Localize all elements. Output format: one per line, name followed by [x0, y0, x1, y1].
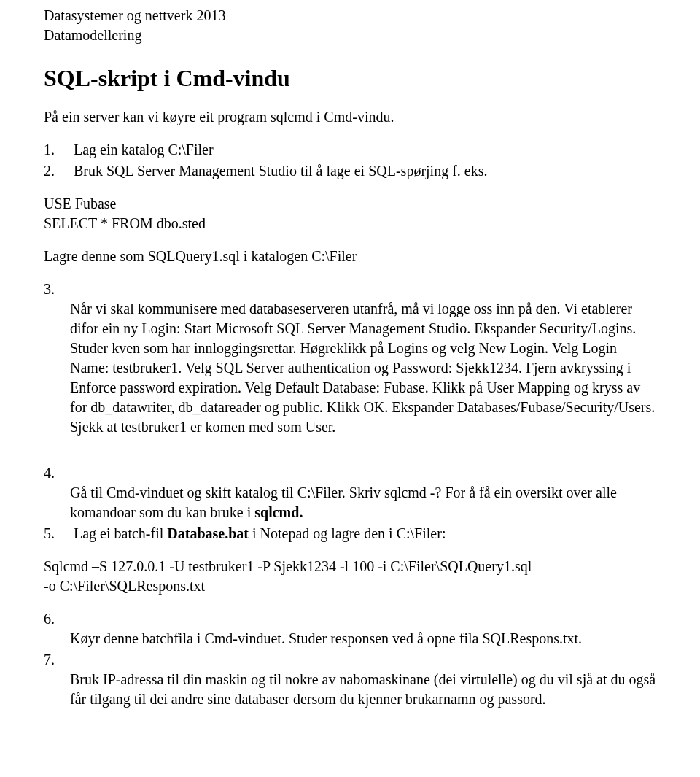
save-instruction: Lagre denne som SQLQuery1.sql i kataloge… [44, 247, 656, 266]
steps-list-2: Når vi skal kommunisere med databaseserv… [44, 279, 656, 437]
sql-code-block: USE Fubase SELECT * FROM dbo.sted [44, 194, 656, 233]
cmd-block: Sqlcmd –S 127.0.0.1 -U testbruker1 -P Sj… [44, 557, 656, 596]
step-2: Bruk SQL Server Management Studio til å … [44, 161, 656, 181]
intro-paragraph: På ein server kan vi køyre eit program s… [44, 107, 656, 127]
step-4-text: Gå til Cmd-vinduet og skift katalog til … [70, 483, 656, 522]
steps-list-4: Køyr denne batchfila i Cmd-vinduet. Stud… [44, 609, 656, 709]
spacer [44, 450, 656, 463]
header-line-2: Datamodellering [44, 26, 656, 45]
page-title: SQL-skript i Cmd-vindu [44, 63, 656, 94]
step-5-prefix: Lag ei batch-fil [74, 525, 167, 541]
cmd-line-1: Sqlcmd –S 127.0.0.1 -U testbruker1 -P Sj… [44, 557, 656, 576]
step-6: Køyr denne batchfila i Cmd-vinduet. Stud… [44, 609, 656, 649]
step-3-text: Når vi skal kommunisere med databaseserv… [70, 299, 656, 437]
document-page: Datasystemer og nettverk 2013 Datamodell… [0, 0, 700, 751]
header-line-1: Datasystemer og nettverk 2013 [44, 6, 656, 26]
step-2-text: Bruk SQL Server Management Studio til å … [74, 163, 488, 179]
step-5: Lag ei batch-fil Database.bat i Notepad … [44, 524, 656, 544]
step-4: Gå til Cmd-vinduet og skift katalog til … [44, 463, 656, 522]
step-4-prefix: Gå til Cmd-vinduet og skift katalog til … [70, 484, 617, 520]
cmd-line-2: -o C:\Filer\SQLRespons.txt [44, 576, 656, 596]
step-1: Lag ein katalog C:\Filer [44, 140, 656, 160]
step-3: Når vi skal kommunisere med databaseserv… [44, 279, 656, 437]
steps-list-1: Lag ein katalog C:\Filer Bruk SQL Server… [44, 140, 656, 181]
step-4-bold: sqlcmd. [254, 504, 303, 520]
step-5-text: Lag ei batch-fil Database.bat i Notepad … [74, 525, 446, 541]
step-5-suffix: i Notepad og lagre den i C:\Filer: [249, 525, 446, 541]
steps-list-3: Gå til Cmd-vinduet og skift katalog til … [44, 463, 656, 544]
step-1-text: Lag ein katalog C:\Filer [74, 142, 214, 158]
step-5-bold: Database.bat [167, 525, 249, 541]
step-7: Bruk IP-adressa til din maskin og til no… [44, 650, 656, 709]
step-6-text: Køyr denne batchfila i Cmd-vinduet. Stud… [70, 629, 656, 649]
step-7-text: Bruk IP-adressa til din maskin og til no… [70, 670, 656, 709]
